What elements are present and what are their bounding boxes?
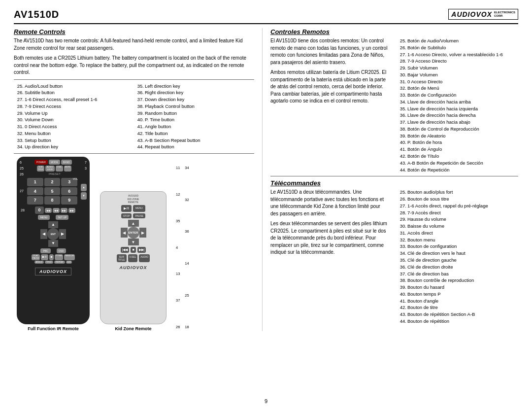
kid-right-btn[interactable]: ▶ xyxy=(139,228,146,238)
kid-audio-button[interactable]: AUDIO xyxy=(139,254,150,262)
list-item: 35.Left direction key xyxy=(134,83,250,90)
kid-remote-body: AV1510DKID ZONEREMOTE ▶/II MENU STOP PAU… xyxy=(100,191,166,324)
kid-left-btn[interactable]: ◀ xyxy=(121,228,128,238)
list-item: 36.Clé de direction droite xyxy=(397,264,518,271)
rewind-btn[interactable]: ◀◀ xyxy=(45,208,52,213)
num-col-1: 25.Audio/Loud button 26.Subtitle button … xyxy=(14,83,134,151)
num-1-button[interactable]: 1 xyxy=(27,178,43,186)
list-item: 31.0 Direct Access xyxy=(14,123,130,130)
list-item: 44.Repeat button xyxy=(134,143,250,150)
kid-down-btn[interactable]: ▼ xyxy=(128,239,139,245)
list-item: 40.P. Botón de hora xyxy=(397,139,518,146)
list-item: 41.Bouton d'angle xyxy=(397,298,518,305)
list-item: 32.Botón de Menú xyxy=(397,85,518,92)
spanish-text-col: El AV1510D tiene dos controles remotos: … xyxy=(270,37,389,173)
list-item: 41.Angle button xyxy=(134,123,250,130)
kid-zone-remote-diagram: AV1510DKID ZONEREMOTE ▶/II MENU STOP PAU… xyxy=(98,191,169,331)
list-item: 25.Botón de Audio/Volumen xyxy=(397,37,518,44)
osd-button[interactable]: OSD xyxy=(57,248,66,253)
pbc-button[interactable]: PBC xyxy=(40,248,50,253)
num-2-button[interactable]: 2 xyxy=(44,178,61,186)
up-button[interactable]: ▲ xyxy=(48,221,58,228)
audio-button[interactable]: AUDIOLOUD xyxy=(45,166,55,171)
list-item: 25.Audio/Loud button xyxy=(14,83,130,90)
num-4-button[interactable]: 4 xyxy=(27,187,43,196)
down-button[interactable]: ▼ xyxy=(48,240,58,247)
power-button[interactable]: POWER xyxy=(34,160,48,165)
left-button[interactable]: ◀ xyxy=(40,229,47,239)
flat-pause-button[interactable]: FLATPAUSE xyxy=(32,254,40,260)
logo-area: AUDIOVOX ELECTRONICSCORP. xyxy=(448,9,518,20)
random-button[interactable]: RANDOM xyxy=(64,254,75,260)
num-7-button[interactable]: 7 xyxy=(27,196,43,205)
right-button[interactable]: ▶ xyxy=(59,229,66,239)
kid-enter-btn[interactable]: ENTER xyxy=(128,227,139,239)
kid-next-button[interactable]: ▶▶| xyxy=(137,247,146,253)
ptime-button[interactable]: P.TIME xyxy=(55,254,63,260)
kid-play-button[interactable]: ▶/II xyxy=(121,205,132,212)
list-item: 33.Bouton de configuration xyxy=(397,243,518,250)
list-item: 34.Up direction key xyxy=(14,143,130,150)
angle-button[interactable]: ANGLE xyxy=(34,261,44,264)
list-item: 31.Accès direct xyxy=(397,230,518,237)
list-item: 37.Llave de dirección hacia abajo xyxy=(397,119,518,126)
menu-button[interactable]: MENU xyxy=(38,215,50,220)
list-item: 30.Bajar Volumen xyxy=(397,71,518,78)
page-number: 9 xyxy=(265,398,267,404)
remotes-area: 6 POWER MODE BAND 7 25 SUBTITLE xyxy=(14,153,254,331)
right-column: Controles Remotos El AV1510D tiene dos c… xyxy=(263,28,518,331)
list-item: 38.Playback Control button xyxy=(134,103,250,110)
kid-title-button[interactable]: SURTITLE xyxy=(117,254,127,262)
rew2-btn[interactable]: ◀◀ xyxy=(53,208,60,213)
full-remote-label: Full Function IR Remote xyxy=(14,326,93,331)
band-button[interactable]: BAND xyxy=(61,160,72,165)
ffwd-btn[interactable]: ▶▶ xyxy=(61,208,67,213)
audiovox-logo: AUDIOVOX ELECTRONICSCORP. xyxy=(448,9,518,20)
list-item: 29.Hausse du volume xyxy=(397,216,518,223)
kid-stop-button[interactable]: STOP xyxy=(121,213,132,218)
kid-menu-button[interactable]: MENU xyxy=(133,205,145,212)
logo-sub-text: ELECTRONICSCORP. xyxy=(494,11,515,18)
list-item: 37.Down direction key xyxy=(134,96,250,103)
list-item: 40.Bouton temps P xyxy=(397,291,518,298)
list-item: 42.Botón de Título xyxy=(397,153,518,160)
list-item: 25.Bouton audio/plus fort xyxy=(397,189,518,196)
num-8-button[interactable]: 8 xyxy=(44,196,61,205)
list-item: 27.1-6 Direct Access, recall preset 1-6 xyxy=(14,96,130,103)
num-col-2: 35.Left direction key 36.Right direction… xyxy=(134,83,254,151)
mute-button[interactable]: MUTE xyxy=(64,166,71,171)
spanish-items-col: 25.Botón de Audio/Volumen 26.Botón de Su… xyxy=(397,37,518,173)
spanish-section: El AV1510D tiene dos controles remotos: … xyxy=(270,37,518,173)
subtitle-button[interactable]: SUBTITLE xyxy=(37,166,44,171)
list-item: 27.1-6 Accès direct, rappel du pré-régla… xyxy=(397,203,518,209)
vol-up-button[interactable]: ▲ xyxy=(81,184,87,191)
kid-stop2-button[interactable]: ■ xyxy=(131,247,135,253)
num-6-button[interactable]: 6 xyxy=(61,187,77,196)
kid-vsel-button[interactable]: V.SEL xyxy=(128,254,138,262)
kid-up-btn[interactable]: ▲ xyxy=(128,220,139,227)
play-pause-button[interactable]: ▶II xyxy=(41,254,48,260)
full-remote-diagram: 6 POWER MODE BAND 7 25 SUBTITLE xyxy=(14,157,93,331)
list-item: 26.Bouton de sous titre xyxy=(397,196,518,203)
stop-button[interactable]: ■ xyxy=(49,254,54,260)
repeat-button[interactable]: REPEAT xyxy=(54,261,65,264)
num-5-button[interactable]: 5 xyxy=(44,187,61,196)
vsel-button[interactable]: V.SEL xyxy=(56,166,63,171)
list-item: 30.Volume Down xyxy=(14,116,130,123)
numbered-list: 25.Audio/Loud button 26.Subtitle button … xyxy=(14,83,254,151)
title-button[interactable]: TITLE xyxy=(45,261,53,264)
enter-button[interactable]: ENT xyxy=(47,228,59,240)
setup-button[interactable]: SET UP xyxy=(56,215,68,220)
ffwd2-btn[interactable]: ▶▶ xyxy=(68,208,75,213)
ab-button[interactable]: A-B xyxy=(66,261,72,264)
num-9-button[interactable]: 9 xyxy=(61,196,77,205)
list-item: 38.Botón de Control de Reproducción xyxy=(397,126,518,133)
num-0-button[interactable]: 0 xyxy=(35,206,44,214)
kid-pause-button[interactable]: PAUSE xyxy=(133,213,145,218)
kid-prev-button[interactable]: |◀◀ xyxy=(121,247,130,253)
vol-down-button[interactable]: ▼ xyxy=(81,192,87,200)
list-item: 43.A-B Section Repeat button xyxy=(134,137,250,144)
list-item: 34.Clé de direction vers le haut xyxy=(397,250,518,257)
mode-button[interactable]: MODE xyxy=(49,160,60,165)
num-3-button[interactable]: VOL3 xyxy=(61,178,77,186)
